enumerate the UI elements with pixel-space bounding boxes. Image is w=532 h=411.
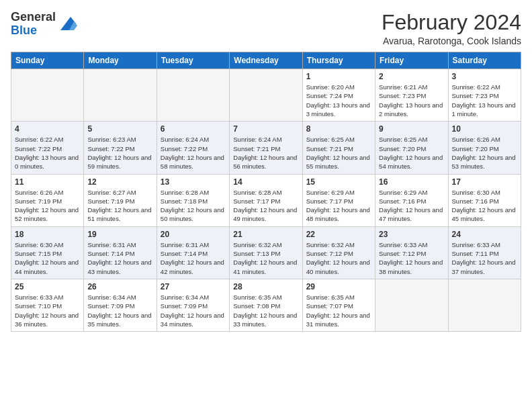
table-row — [157, 69, 229, 122]
table-row: 15Sunrise: 6:29 AMSunset: 7:17 PMDayligh… — [302, 174, 375, 226]
table-row — [84, 69, 157, 122]
day-info: Sunrise: 6:31 AMSunset: 7:14 PMDaylight:… — [87, 240, 152, 276]
table-row — [230, 69, 302, 122]
day-info: Sunrise: 6:23 AMSunset: 7:22 PMDaylight:… — [87, 135, 152, 171]
table-row: 21Sunrise: 6:32 AMSunset: 7:13 PMDayligh… — [230, 226, 302, 279]
logo-general: General — [11, 11, 56, 24]
header-sunday: Sunday — [11, 52, 84, 69]
day-number: 12 — [87, 177, 152, 187]
table-row: 24Sunrise: 6:33 AMSunset: 7:11 PMDayligh… — [448, 226, 521, 279]
day-number: 5 — [87, 124, 152, 134]
day-number: 15 — [306, 177, 371, 187]
header: General Blue February 2024 Avarua, Rarot… — [11, 11, 521, 46]
day-info: Sunrise: 6:35 AMSunset: 7:08 PMDaylight:… — [233, 293, 298, 328]
table-row — [448, 279, 521, 331]
title-block: February 2024 Avarua, Rarotonga, Cook Is… — [382, 11, 521, 46]
day-info: Sunrise: 6:24 AMSunset: 7:21 PMDaylight:… — [233, 135, 298, 171]
table-row — [375, 279, 448, 331]
day-number: 24 — [452, 230, 517, 239]
day-number: 6 — [161, 124, 226, 134]
day-info: Sunrise: 6:21 AMSunset: 7:23 PMDaylight:… — [379, 83, 444, 118]
calendar-week-row: 1Sunrise: 6:20 AMSunset: 7:24 PMDaylight… — [11, 69, 521, 122]
table-row: 20Sunrise: 6:31 AMSunset: 7:14 PMDayligh… — [157, 226, 229, 279]
header-friday: Friday — [375, 52, 448, 69]
day-info: Sunrise: 6:34 AMSunset: 7:09 PMDaylight:… — [161, 293, 226, 328]
table-row: 13Sunrise: 6:28 AMSunset: 7:18 PMDayligh… — [157, 174, 229, 226]
day-number: 27 — [161, 282, 226, 291]
logo-icon — [57, 13, 77, 34]
day-number: 16 — [379, 177, 444, 187]
header-saturday: Saturday — [448, 52, 521, 69]
day-number: 4 — [15, 124, 80, 134]
day-number: 10 — [452, 124, 517, 134]
day-info: Sunrise: 6:29 AMSunset: 7:16 PMDaylight:… — [379, 188, 444, 224]
calendar-week-row: 11Sunrise: 6:26 AMSunset: 7:19 PMDayligh… — [11, 174, 521, 226]
day-number: 23 — [379, 230, 444, 239]
logo: General Blue — [11, 11, 77, 38]
table-row: 6Sunrise: 6:24 AMSunset: 7:22 PMDaylight… — [157, 122, 229, 174]
calendar-week-row: 25Sunrise: 6:33 AMSunset: 7:10 PMDayligh… — [11, 279, 521, 331]
header-monday: Monday — [84, 52, 157, 69]
day-number: 21 — [233, 230, 298, 239]
table-row: 27Sunrise: 6:34 AMSunset: 7:09 PMDayligh… — [157, 279, 229, 331]
table-row: 22Sunrise: 6:32 AMSunset: 7:12 PMDayligh… — [302, 226, 375, 279]
day-number: 20 — [161, 230, 226, 239]
day-number: 11 — [15, 177, 80, 187]
day-number: 13 — [161, 177, 226, 187]
day-number: 28 — [233, 282, 298, 291]
table-row: 17Sunrise: 6:30 AMSunset: 7:16 PMDayligh… — [448, 174, 521, 226]
table-row: 9Sunrise: 6:25 AMSunset: 7:20 PMDaylight… — [375, 122, 448, 174]
day-info: Sunrise: 6:20 AMSunset: 7:24 PMDaylight:… — [306, 83, 371, 118]
table-row: 16Sunrise: 6:29 AMSunset: 7:16 PMDayligh… — [375, 174, 448, 226]
day-number: 14 — [233, 177, 298, 187]
table-row: 28Sunrise: 6:35 AMSunset: 7:08 PMDayligh… — [230, 279, 302, 331]
day-info: Sunrise: 6:35 AMSunset: 7:07 PMDaylight:… — [306, 293, 371, 328]
day-info: Sunrise: 6:24 AMSunset: 7:22 PMDaylight:… — [161, 135, 226, 171]
day-number: 8 — [306, 124, 371, 134]
day-info: Sunrise: 6:33 AMSunset: 7:11 PMDaylight:… — [452, 240, 517, 276]
day-info: Sunrise: 6:30 AMSunset: 7:15 PMDaylight:… — [15, 240, 80, 276]
table-row: 26Sunrise: 6:34 AMSunset: 7:09 PMDayligh… — [84, 279, 157, 331]
table-row: 1Sunrise: 6:20 AMSunset: 7:24 PMDaylight… — [302, 69, 375, 122]
header-thursday: Thursday — [302, 52, 375, 69]
day-number: 7 — [233, 124, 298, 134]
table-row: 18Sunrise: 6:30 AMSunset: 7:15 PMDayligh… — [11, 226, 84, 279]
table-row: 23Sunrise: 6:33 AMSunset: 7:12 PMDayligh… — [375, 226, 448, 279]
table-row: 19Sunrise: 6:31 AMSunset: 7:14 PMDayligh… — [84, 226, 157, 279]
header-tuesday: Tuesday — [157, 52, 229, 69]
day-info: Sunrise: 6:27 AMSunset: 7:19 PMDaylight:… — [87, 188, 152, 224]
day-info: Sunrise: 6:30 AMSunset: 7:16 PMDaylight:… — [452, 188, 517, 224]
day-number: 9 — [379, 124, 444, 134]
day-info: Sunrise: 6:25 AMSunset: 7:21 PMDaylight:… — [306, 135, 371, 171]
day-info: Sunrise: 6:32 AMSunset: 7:13 PMDaylight:… — [233, 240, 298, 276]
table-row: 7Sunrise: 6:24 AMSunset: 7:21 PMDaylight… — [230, 122, 302, 174]
table-row — [11, 69, 84, 122]
table-row: 8Sunrise: 6:25 AMSunset: 7:21 PMDaylight… — [302, 122, 375, 174]
table-row: 11Sunrise: 6:26 AMSunset: 7:19 PMDayligh… — [11, 174, 84, 226]
logo-blue: Blue — [11, 24, 56, 38]
weekday-header-row: Sunday Monday Tuesday Wednesday Thursday… — [11, 52, 521, 69]
day-info: Sunrise: 6:26 AMSunset: 7:20 PMDaylight:… — [452, 135, 517, 171]
day-info: Sunrise: 6:34 AMSunset: 7:09 PMDaylight:… — [87, 293, 152, 328]
day-number: 25 — [15, 282, 80, 291]
day-info: Sunrise: 6:33 AMSunset: 7:12 PMDaylight:… — [379, 240, 444, 276]
table-row: 5Sunrise: 6:23 AMSunset: 7:22 PMDaylight… — [84, 122, 157, 174]
table-row: 4Sunrise: 6:22 AMSunset: 7:22 PMDaylight… — [11, 122, 84, 174]
header-wednesday: Wednesday — [230, 52, 302, 69]
table-row: 25Sunrise: 6:33 AMSunset: 7:10 PMDayligh… — [11, 279, 84, 331]
day-number: 2 — [379, 72, 444, 81]
day-number: 18 — [15, 230, 80, 239]
day-info: Sunrise: 6:28 AMSunset: 7:18 PMDaylight:… — [161, 188, 226, 224]
day-info: Sunrise: 6:22 AMSunset: 7:23 PMDaylight:… — [452, 83, 517, 118]
day-number: 19 — [87, 230, 152, 239]
calendar-table: Sunday Monday Tuesday Wednesday Thursday… — [11, 52, 521, 332]
table-row: 2Sunrise: 6:21 AMSunset: 7:23 PMDaylight… — [375, 69, 448, 122]
day-info: Sunrise: 6:33 AMSunset: 7:10 PMDaylight:… — [15, 293, 80, 328]
day-info: Sunrise: 6:29 AMSunset: 7:17 PMDaylight:… — [306, 188, 371, 224]
day-info: Sunrise: 6:25 AMSunset: 7:20 PMDaylight:… — [379, 135, 444, 171]
calendar-week-row: 18Sunrise: 6:30 AMSunset: 7:15 PMDayligh… — [11, 226, 521, 279]
table-row: 14Sunrise: 6:28 AMSunset: 7:17 PMDayligh… — [230, 174, 302, 226]
day-info: Sunrise: 6:26 AMSunset: 7:19 PMDaylight:… — [15, 188, 80, 224]
day-number: 29 — [306, 282, 371, 291]
day-info: Sunrise: 6:31 AMSunset: 7:14 PMDaylight:… — [161, 240, 226, 276]
